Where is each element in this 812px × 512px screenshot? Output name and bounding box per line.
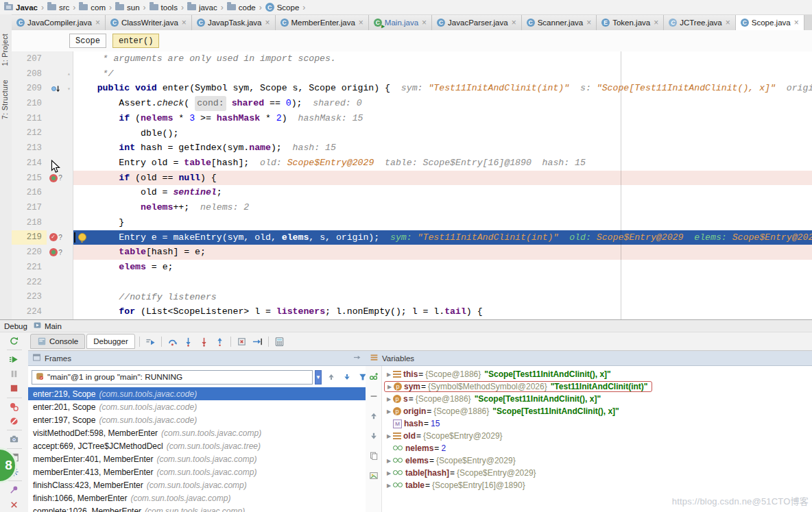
fold-marker[interactable]: ▾ xyxy=(65,81,73,96)
duplicate-button[interactable] xyxy=(366,448,381,463)
breadcrumb-item-code[interactable]: code xyxy=(227,3,256,12)
gutter[interactable] xyxy=(47,275,65,290)
gutter[interactable] xyxy=(47,81,65,96)
tab-main.java[interactable]: C▸Main.java× xyxy=(369,15,432,30)
drop-frame-button[interactable] xyxy=(234,334,250,349)
tab-token.java[interactable]: EToken.java× xyxy=(597,15,664,30)
code-text[interactable]: Entry e = makeEntry(sym, old, elems, s, … xyxy=(73,230,812,245)
code-text[interactable] xyxy=(73,275,812,290)
frame-row[interactable]: memberEnter:401, MemberEnter(com.sun.too… xyxy=(28,452,366,465)
step-over-button[interactable] xyxy=(165,334,180,349)
line-number[interactable]: 211 xyxy=(12,111,47,126)
code-text[interactable]: Entry old = table[hash]; old: Scope$Entr… xyxy=(73,156,812,171)
tab-scope.java[interactable]: CScope.java× xyxy=(736,15,804,30)
breadcrumb-item-src[interactable]: src xyxy=(47,3,69,12)
fold-marker[interactable] xyxy=(65,260,73,275)
thread-dropdown[interactable]: "main"@1 in group "main": RUNNING xyxy=(32,370,313,385)
expander-icon[interactable]: ▶ xyxy=(385,458,393,464)
close-tab-icon[interactable]: × xyxy=(359,19,363,27)
pause-button[interactable] xyxy=(6,367,22,381)
gutter[interactable] xyxy=(47,304,65,319)
frame-row[interactable]: visitMethodDef:598, MemberEnter(com.sun.… xyxy=(28,426,366,439)
breadcrumb-item-tools[interactable]: tools xyxy=(150,3,178,12)
line-number[interactable]: 215 xyxy=(12,171,47,186)
breadcrumb-item-com[interactable]: com xyxy=(79,3,106,12)
export-icon[interactable] xyxy=(353,353,361,362)
gutter[interactable] xyxy=(47,51,65,66)
line-number[interactable]: 224 xyxy=(12,304,47,319)
variable-row-s[interactable]: ▶ps={Scope@1886}"Scope[Test11InitAndClin… xyxy=(383,393,812,405)
arrow-down-button[interactable] xyxy=(339,369,355,385)
run-to-cursor-button[interactable] xyxy=(250,334,265,349)
fold-marker[interactable] xyxy=(65,141,73,156)
gutter[interactable] xyxy=(47,200,65,215)
step-into-button[interactable] xyxy=(180,334,196,349)
line-number[interactable]: 217 xyxy=(12,200,47,215)
variable-row-tablehash[interactable]: ▶table[hash]={Scope$Entry@2029} xyxy=(383,467,812,479)
show-execution-point-button[interactable] xyxy=(143,334,158,349)
fold-marker[interactable] xyxy=(65,215,73,230)
close-tab-icon[interactable]: × xyxy=(654,19,658,27)
line-number[interactable]: 210 xyxy=(12,96,47,111)
line-number[interactable]: 221 xyxy=(12,260,47,275)
close-tab-icon[interactable]: × xyxy=(512,19,516,27)
tab-memberenter.java[interactable]: CMemberEnter.java× xyxy=(276,15,369,30)
arrow-up-button[interactable] xyxy=(324,369,339,385)
breadcrumb-item-javac[interactable]: javac xyxy=(187,3,217,12)
code-text[interactable]: table[hash] = e; xyxy=(73,245,812,260)
filter-button[interactable] xyxy=(355,369,366,385)
execution-point-icon[interactable] xyxy=(51,84,61,94)
close-tab-icon[interactable]: × xyxy=(265,19,270,27)
variable-row-sym[interactable]: ▶psym={Symbol$MethodSymbol@2026}"Test11I… xyxy=(383,380,812,393)
code-editor[interactable]: 207 * arguments are only used in import … xyxy=(12,51,812,319)
close-tab-icon[interactable]: × xyxy=(95,19,100,27)
variable-row-elems[interactable]: ▶elems={Scope$Entry@2029} xyxy=(383,454,812,467)
line-number[interactable]: 222 xyxy=(12,275,47,290)
line-number[interactable]: 220 xyxy=(12,245,47,260)
fold-marker[interactable] xyxy=(65,245,73,260)
code-text[interactable]: } xyxy=(73,215,812,230)
tab-console[interactable]: Console xyxy=(30,334,85,349)
breadcrumb-scope[interactable]: Scope xyxy=(69,34,106,48)
step-out-button[interactable] xyxy=(212,334,228,349)
frame-row[interactable]: finish:1066, MemberEnter(com.sun.tools.j… xyxy=(28,491,366,504)
new-watch-button[interactable] xyxy=(366,369,381,384)
gutter[interactable] xyxy=(47,126,65,141)
close-tab-icon[interactable]: × xyxy=(182,19,187,27)
line-number[interactable]: 212 xyxy=(12,126,47,141)
breadcrumb-item-sun[interactable]: sun xyxy=(115,3,140,12)
gutter[interactable]: ? xyxy=(47,171,65,186)
gutter[interactable] xyxy=(47,141,65,156)
variable-row-table[interactable]: ▶table={Scope$Entry[16]@1890} xyxy=(383,479,812,491)
tab-scanner.java[interactable]: CScanner.java× xyxy=(522,15,597,30)
evaluate-expression-button[interactable] xyxy=(272,334,287,349)
move-up-button[interactable] xyxy=(366,409,381,424)
code-text[interactable]: Assert.check( cond: shared == 0); shared… xyxy=(73,96,812,111)
tab-classwriter.java[interactable]: CClassWriter.java× xyxy=(106,15,192,30)
fold-marker[interactable] xyxy=(65,51,73,66)
breakpoint-icon[interactable] xyxy=(49,174,58,182)
gutter[interactable]: ? xyxy=(47,245,65,260)
tab-main-run-config[interactable]: Main xyxy=(33,321,62,331)
fold-marker[interactable] xyxy=(65,156,73,171)
stop-button[interactable] xyxy=(6,381,22,395)
gutter[interactable]: ? xyxy=(47,230,65,245)
gutter[interactable] xyxy=(47,290,65,305)
code-text[interactable]: dble(); xyxy=(73,126,812,141)
frame-row[interactable]: memberEnter:413, MemberEnter(com.sun.too… xyxy=(28,465,366,478)
code-text[interactable]: public void enter(Symbol sym, Scope s, S… xyxy=(73,81,812,96)
remove-watch-button[interactable] xyxy=(366,389,381,404)
move-down-button[interactable] xyxy=(366,428,381,443)
gutter[interactable] xyxy=(47,96,65,111)
variable-row-old[interactable]: ▶old={Scope$Entry@2029} xyxy=(383,430,812,442)
gutter[interactable] xyxy=(47,156,65,171)
code-text[interactable]: if (nelems * 3 >= hashMask * 2) hashMask… xyxy=(73,111,812,126)
code-text[interactable]: nelems++; nelems: 2 xyxy=(73,200,812,215)
expander-icon[interactable]: ▶ xyxy=(385,409,393,415)
line-number[interactable]: 219 xyxy=(12,230,47,245)
close-tab-icon[interactable]: × xyxy=(726,19,730,27)
fold-marker[interactable]: ▴ xyxy=(65,66,73,82)
fold-marker[interactable] xyxy=(65,230,73,245)
frame-row[interactable]: enter:197, Scope(com.sun.tools.javac.cod… xyxy=(28,413,366,426)
frame-row[interactable]: enter:219, Scope(com.sun.tools.javac.cod… xyxy=(28,387,366,400)
